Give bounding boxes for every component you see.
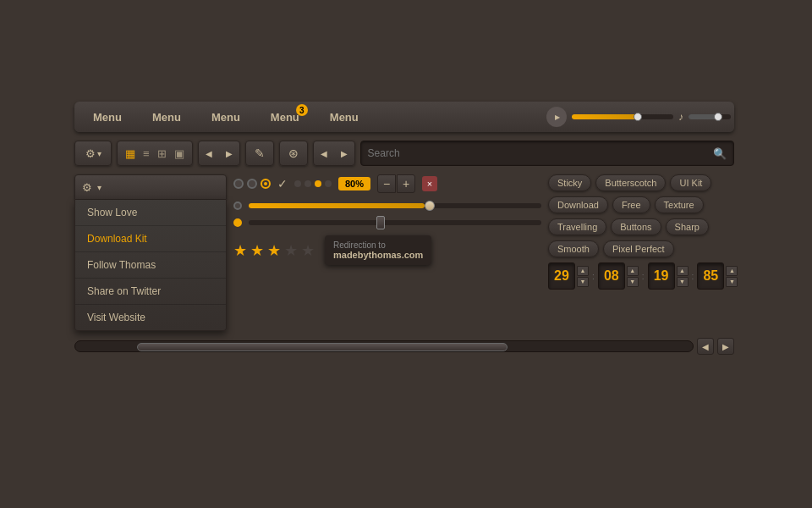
countdown-down-4[interactable]: ▼ (726, 277, 738, 287)
volume-handle[interactable] (714, 113, 722, 121)
search-icon[interactable]: 🔍 (713, 147, 727, 160)
search-bar: 🔍 (360, 141, 734, 166)
countdown-down-1[interactable]: ▼ (577, 277, 589, 287)
pin-button[interactable]: ⊛ (279, 141, 308, 166)
dropdown-gear-icon: ⚙ (82, 181, 92, 194)
nav-menu-3[interactable]: Menu (196, 102, 255, 132)
dot-indicators (294, 180, 332, 187)
tag-travelling[interactable]: Travelling (548, 218, 606, 235)
tag-texture[interactable]: Texture (655, 196, 704, 213)
dropdown-header[interactable]: ⚙ ▾ (74, 174, 227, 200)
nav-next-button[interactable]: ▶ (219, 141, 239, 166)
table-view-icon[interactable]: ⊞ (155, 147, 169, 160)
edit-icon: ✎ (255, 146, 265, 160)
tag-pixel-perfect[interactable]: Pixel Perfect (603, 240, 674, 257)
right-arrow-button[interactable]: ▶ (334, 141, 354, 166)
nav-bar: Menu Menu Menu Menu 3 Menu ▶ ♪ (74, 102, 734, 132)
list-view-icon[interactable]: ≡ (140, 147, 152, 160)
countdown-down-2[interactable]: ▼ (627, 277, 639, 287)
tag-sharp[interactable]: Sharp (666, 218, 709, 235)
star-5[interactable]: ★ (301, 241, 315, 260)
play-icon: ▶ (555, 113, 560, 121)
dot-1[interactable] (294, 180, 301, 187)
toolbar-row: ⚙ ▾ ▦ ≡ ⊞ ▣ ◀ ▶ ✎ ⊛ ◀ ▶ (74, 139, 734, 168)
radio-2[interactable] (247, 179, 257, 189)
star-1[interactable]: ★ (233, 241, 247, 260)
stepper-minus[interactable]: − (377, 174, 396, 193)
gear-button[interactable]: ⚙ ▾ (74, 141, 112, 166)
countdown-up-1[interactable]: ▲ (577, 266, 589, 276)
nav-menu-2[interactable]: Menu (137, 102, 196, 132)
radio-3[interactable] (261, 179, 271, 189)
star-3[interactable]: ★ (267, 241, 281, 260)
tag-sticky[interactable]: Sticky (548, 174, 591, 191)
countdown-up-3[interactable]: ▲ (677, 266, 689, 276)
scroll-right-button[interactable]: ▶ (717, 338, 734, 355)
nav-menu-1[interactable]: Menu (78, 102, 137, 132)
nav-prev-button[interactable]: ◀ (199, 141, 219, 166)
close-button[interactable]: × (422, 176, 437, 191)
nav-menu-4[interactable]: Menu 3 (255, 102, 315, 132)
slider-2-handle[interactable] (376, 216, 385, 229)
search-input[interactable] (368, 147, 713, 159)
star-4[interactable]: ★ (284, 241, 298, 260)
dot-2[interactable] (304, 180, 311, 187)
lr-arrows: ◀ ▶ (313, 141, 355, 166)
dropdown-item-download-kit[interactable]: Download Kit (75, 226, 226, 252)
countdown-up-2[interactable]: ▲ (627, 266, 639, 276)
menu-label-3: Menu (211, 111, 240, 124)
edit-button[interactable]: ✎ (245, 141, 274, 166)
tags-row-1: Sticky Butterscotch UI Kit (548, 174, 734, 191)
left-arrow-button[interactable]: ◀ (314, 141, 334, 166)
countdown-down-3[interactable]: ▼ (677, 277, 689, 287)
countdown-sep-3: : (692, 272, 694, 281)
scrollbar-thumb[interactable] (137, 343, 508, 351)
slider-1-handle[interactable] (425, 201, 435, 211)
tag-download[interactable]: Download (548, 196, 608, 213)
slider-2[interactable] (249, 220, 541, 225)
radio-1[interactable] (233, 179, 244, 189)
countdown-val-1: 29 (548, 262, 575, 290)
dropdown-item-follow-thomas[interactable]: Follow Thomas (75, 252, 226, 279)
dropdown-arrow-icon: ▾ (97, 149, 102, 158)
nav-menu-5[interactable]: Menu (315, 102, 374, 132)
countdown-up-4[interactable]: ▲ (726, 266, 738, 276)
play-button[interactable]: ▶ (546, 107, 567, 127)
slider-radio-2[interactable] (233, 218, 242, 227)
countdown-unit-1: 29 ▲ ▼ (548, 262, 589, 290)
countdown-val-3: 19 (648, 262, 675, 290)
tag-smooth[interactable]: Smooth (548, 240, 599, 257)
slider-1-fill (249, 203, 425, 208)
countdown-arrows-4: ▲ ▼ (726, 266, 738, 287)
tag-buttons[interactable]: Buttons (611, 218, 661, 235)
content-area: ⚙ ▾ Show Love Download Kit Follow Thomas… (74, 174, 734, 331)
dot-3[interactable] (315, 180, 321, 187)
grid-view-icon[interactable]: ▦ (123, 147, 138, 160)
tag-butterscotch[interactable]: Butterscotch (595, 174, 666, 191)
tag-free[interactable]: Free (612, 196, 650, 213)
tag-ui-kit[interactable]: UI Kit (670, 174, 711, 191)
star-2[interactable]: ★ (250, 241, 264, 260)
slider-radio-1[interactable] (233, 202, 242, 210)
nav-prev-next: ◀ ▶ (198, 141, 240, 166)
scroll-left-button[interactable]: ◀ (697, 338, 714, 355)
scroll-right-icon: ▶ (722, 342, 729, 351)
panel-view-icon[interactable]: ▣ (172, 147, 187, 160)
stepper-plus[interactable]: + (397, 174, 415, 193)
dropdown-item-show-love[interactable]: Show Love (75, 200, 226, 226)
slider-1[interactable] (249, 203, 541, 208)
volume-icon: ♪ (678, 111, 683, 123)
scrollbar-track[interactable] (74, 340, 694, 352)
progress-handle[interactable] (634, 113, 642, 121)
scroll-left-icon: ◀ (702, 342, 709, 351)
progress-bar[interactable] (572, 114, 673, 119)
menu-label-5: Menu (330, 111, 359, 124)
dot-4[interactable] (325, 180, 332, 187)
pin-icon: ⊛ (288, 146, 299, 160)
view-icons-group: ▦ ≡ ⊞ ▣ (117, 141, 193, 166)
dropdown-item-share-twitter[interactable]: Share on Twitter (75, 279, 226, 305)
next-arrow-icon: ▶ (226, 149, 233, 158)
volume-bar[interactable] (689, 114, 731, 119)
radio-group (233, 179, 271, 189)
dropdown-item-visit-website[interactable]: Visit Website (75, 305, 226, 330)
